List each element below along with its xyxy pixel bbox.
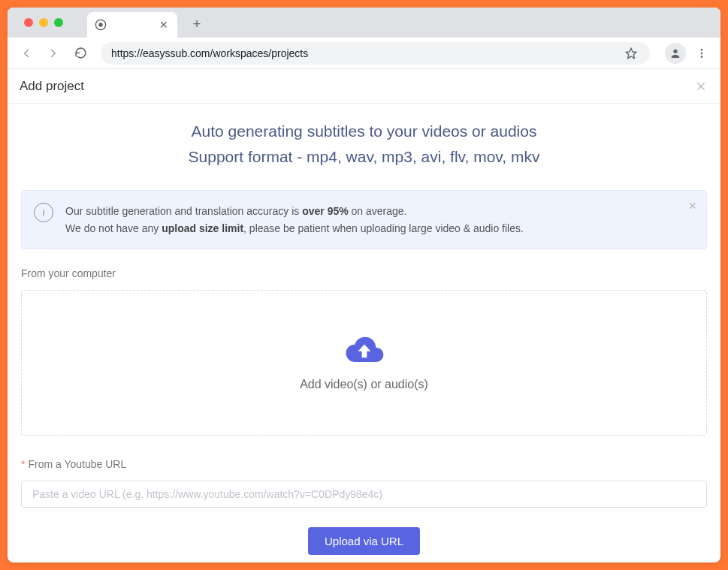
page-header: Add project: [8, 69, 720, 104]
upload-button-row: Upload via URL: [21, 527, 707, 555]
info-banner: i Our subtitle generation and translatio…: [21, 190, 707, 249]
svg-point-1: [98, 23, 102, 26]
address-bar[interactable]: https://easyssub.com/workspaces/projects: [101, 42, 650, 65]
svg-point-4: [701, 49, 703, 51]
headline: Auto generating subtitles to your videos…: [21, 119, 707, 169]
svg-point-6: [701, 56, 703, 58]
close-dialog-icon[interactable]: [693, 79, 708, 94]
from-computer-label: From your computer: [21, 267, 707, 279]
profile-button[interactable]: [665, 43, 686, 64]
new-tab-button[interactable]: +: [186, 14, 207, 35]
tab-favicon: [95, 19, 107, 31]
svg-marker-2: [626, 48, 636, 58]
page-content: Auto generating subtitles to your videos…: [8, 104, 720, 562]
browser-toolbar: https://easyssub.com/workspaces/projects: [8, 38, 720, 69]
info-icon: i: [34, 203, 53, 222]
window-controls: [15, 8, 72, 38]
svg-point-3: [673, 49, 677, 53]
browser-window: ✕ + https://easyssub.com/workspaces/proj…: [8, 8, 720, 562]
file-dropzone[interactable]: Add video(s) or audio(s): [21, 290, 707, 436]
dropzone-text: Add video(s) or audio(s): [300, 378, 428, 391]
tab-strip: ✕ +: [8, 8, 720, 38]
kebab-menu-icon[interactable]: [690, 42, 713, 65]
back-button[interactable]: [15, 42, 38, 65]
upload-via-url-button[interactable]: Upload via URL: [308, 527, 420, 555]
maximize-window-button[interactable]: [54, 18, 63, 27]
minimize-window-button[interactable]: [39, 18, 48, 27]
info-text: Our subtitle generation and translation …: [65, 203, 524, 237]
browser-tab[interactable]: ✕: [87, 12, 177, 38]
close-window-button[interactable]: [24, 18, 33, 27]
headline-line2: Support format - mp4, wav, mp3, avi, flv…: [21, 144, 707, 170]
url-text: https://easyssub.com/workspaces/projects: [111, 47, 623, 59]
bookmark-star-icon[interactable]: [623, 47, 639, 59]
headline-line1: Auto generating subtitles to your videos…: [21, 119, 707, 144]
required-asterisk: *: [21, 458, 25, 470]
youtube-url-input[interactable]: [21, 481, 707, 508]
tab-close-icon[interactable]: ✕: [158, 19, 170, 31]
forward-button[interactable]: [42, 42, 65, 65]
cloud-upload-icon: [344, 334, 385, 369]
svg-point-5: [701, 52, 703, 54]
page-title: Add project: [20, 79, 84, 94]
reload-button[interactable]: [69, 42, 92, 65]
from-youtube-label: *From a Youtube URL: [21, 458, 707, 470]
info-close-icon[interactable]: ✕: [688, 200, 697, 212]
